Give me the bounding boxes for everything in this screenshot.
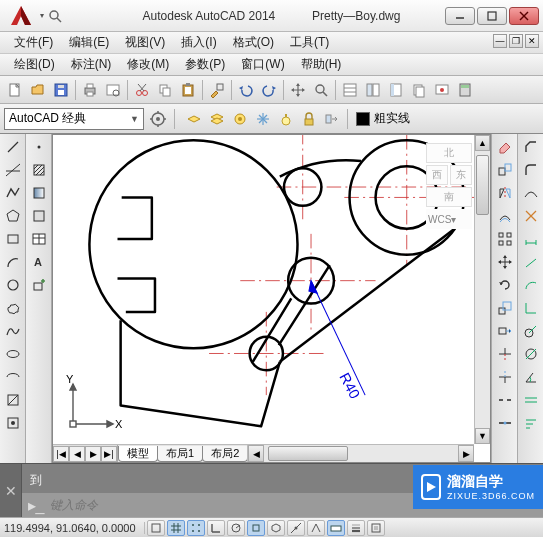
tab-prev-button[interactable]: ◀ [69,446,85,462]
dim-quick-tool[interactable] [520,389,542,411]
layer-lock-button[interactable] [298,108,320,130]
polygon-tool[interactable] [2,205,24,227]
pan-button[interactable] [287,79,309,101]
doc-restore-button[interactable]: ❐ [509,34,523,48]
dim-radius-tool[interactable] [520,320,542,342]
tab-last-button[interactable]: ▶| [101,446,117,462]
circle-tool[interactable] [2,274,24,296]
menu-modify[interactable]: 修改(M) [119,54,177,75]
layer-props-button[interactable] [183,108,205,130]
horizontal-scrollbar[interactable]: ◀ ▶ [247,445,474,462]
chamfer-tool[interactable] [520,136,542,158]
scroll-up-icon[interactable]: ▲ [475,135,490,151]
ellipse-tool[interactable] [2,343,24,365]
menu-format[interactable]: 格式(O) [225,32,282,53]
mtext-tool[interactable]: A [28,251,50,273]
blend-tool[interactable] [520,182,542,204]
qat-customize-icon[interactable]: ▾ [40,11,44,20]
menu-tools[interactable]: 工具(T) [282,32,337,53]
stretch-tool[interactable] [494,320,516,342]
design-center-button[interactable] [362,79,384,101]
gradient-tool[interactable] [28,182,50,204]
match-props-button[interactable] [206,79,228,101]
dim-ord-tool[interactable] [520,297,542,319]
save-button[interactable] [50,79,72,101]
hscroll-thumb[interactable] [268,446,348,461]
doc-minimize-button[interactable]: — [493,34,507,48]
hatch-tool[interactable] [28,159,50,181]
line-tool[interactable] [2,136,24,158]
search-icon[interactable] [46,7,64,25]
plot-preview-button[interactable] [102,79,124,101]
menu-draw[interactable]: 绘图(D) [6,54,63,75]
tool-palettes-button[interactable] [385,79,407,101]
scale-tool[interactable] [494,297,516,319]
menu-dimension[interactable]: 标注(N) [63,54,120,75]
open-button[interactable] [27,79,49,101]
spline-tool[interactable] [2,320,24,342]
vc-north[interactable]: 北 [426,143,472,163]
scroll-down-icon[interactable]: ▼ [475,428,490,444]
new-button[interactable] [4,79,26,101]
sb-3dosnap[interactable] [267,520,285,536]
sb-polar[interactable] [227,520,245,536]
zoom-button[interactable] [310,79,332,101]
scroll-left-icon[interactable]: ◀ [248,445,264,462]
layer-iso-button[interactable] [229,108,251,130]
minimize-button[interactable] [445,7,475,25]
menu-insert[interactable]: 插入(I) [173,32,224,53]
sheet-set-button[interactable] [408,79,430,101]
move-tool[interactable] [494,251,516,273]
rotate-tool[interactable] [494,274,516,296]
copy-tool[interactable] [494,159,516,181]
menu-parametric[interactable]: 参数(P) [177,54,233,75]
erase-tool[interactable] [494,136,516,158]
dim-angular-tool[interactable] [520,366,542,388]
mirror-tool[interactable] [494,182,516,204]
redo-button[interactable] [258,79,280,101]
addselected-tool[interactable] [28,274,50,296]
close-button[interactable] [509,7,539,25]
menu-file[interactable]: 文件(F) [6,32,61,53]
workspace-dropdown[interactable]: AutoCAD 经典 ▼ [4,108,144,130]
point-tool[interactable] [28,136,50,158]
layer-match-button[interactable] [321,108,343,130]
calc-button[interactable] [454,79,476,101]
sb-dyn[interactable] [327,520,345,536]
markup-button[interactable] [431,79,453,101]
sb-tpy[interactable] [367,520,385,536]
app-logo[interactable] [8,3,34,29]
sb-osnap[interactable] [247,520,265,536]
tab-next-button[interactable]: ▶ [85,446,101,462]
region-tool[interactable] [28,205,50,227]
tab-model[interactable]: 模型 [118,446,158,462]
dim-diameter-tool[interactable] [520,343,542,365]
undo-button[interactable] [235,79,257,101]
dim-linear-tool[interactable] [520,228,542,250]
extend-tool[interactable] [494,366,516,388]
sb-grid[interactable] [187,520,205,536]
print-button[interactable] [79,79,101,101]
array-tool[interactable] [494,228,516,250]
table-tool[interactable] [28,228,50,250]
dim-baseline-tool[interactable] [520,412,542,434]
sb-lwt[interactable] [347,520,365,536]
dim-arc-tool[interactable] [520,274,542,296]
ellipse-arc-tool[interactable] [2,366,24,388]
tab-first-button[interactable]: |◀ [53,446,69,462]
scroll-right-icon[interactable]: ▶ [458,445,474,462]
maximize-button[interactable] [477,7,507,25]
vertical-scrollbar[interactable]: ▲ ▼ [474,135,490,444]
offset-tool[interactable] [494,205,516,227]
insert-block-tool[interactable] [2,389,24,411]
sb-otrack[interactable] [287,520,305,536]
arc-tool[interactable] [2,251,24,273]
command-handle[interactable]: ✕ [0,464,22,517]
doc-close-button[interactable]: ✕ [525,34,539,48]
properties-button[interactable] [339,79,361,101]
tab-layout2[interactable]: 布局2 [202,446,248,462]
vc-south[interactable]: 南 [426,187,472,207]
layer-states-button[interactable] [206,108,228,130]
sb-ducs[interactable] [307,520,325,536]
cut-button[interactable] [131,79,153,101]
